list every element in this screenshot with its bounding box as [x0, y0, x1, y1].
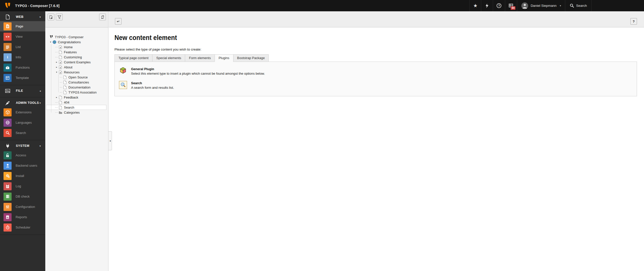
clear-cache-button[interactable]: [481, 0, 493, 11]
tree-node-resources[interactable]: ▾ Resources: [46, 70, 106, 75]
tree-node-typo3-association[interactable]: TYPO3 Association: [46, 90, 106, 95]
sidebar-item-extensions[interactable]: Extensions: [0, 107, 45, 117]
tree-expand-icon[interactable]: ▸: [55, 96, 58, 99]
tree-node-label: Home: [64, 45, 73, 49]
wizard-item-search[interactable]: Search A search form and results list.: [119, 81, 633, 90]
user-menu-button[interactable]: Daniel Siepmann ▾: [517, 0, 565, 11]
sidebar-item-configuration[interactable]: Configuration: [0, 202, 45, 212]
intro-text: Please select the type of page content y…: [114, 48, 637, 51]
tree-node-documentation[interactable]: Documentation: [46, 85, 106, 90]
new-page-button[interactable]: [48, 14, 54, 20]
db-check-module-icon: [4, 193, 12, 201]
sidebar-item-db-check[interactable]: DB check: [0, 191, 45, 202]
sidebar-item-label: DB check: [16, 195, 30, 198]
sidebar-item-search-module[interactable]: Search: [0, 128, 45, 138]
tree-node-label: Open Source: [68, 75, 88, 79]
tree-node-home[interactable]: Home: [46, 44, 106, 50]
sidebar-item-page[interactable]: Page: [0, 21, 45, 31]
tree-node-categories[interactable]: Categories: [46, 110, 106, 115]
page-icon: [63, 90, 67, 94]
tree-node-feedback[interactable]: ▸ Feedback: [46, 95, 106, 100]
sidebar-item-install[interactable]: Install: [0, 171, 45, 181]
search-plugin-icon-wrap: [119, 81, 127, 90]
csh-help-button[interactable]: ?: [630, 18, 637, 25]
sidebar-item-functions[interactable]: Functions: [0, 62, 45, 73]
back-button[interactable]: ↵: [115, 18, 122, 25]
sidebar-item-list[interactable]: List: [0, 42, 45, 52]
topbar-toolbar: ★ ? 64 Daniel Siepmann: [469, 0, 592, 11]
sidebar-item-info[interactable]: i Info: [0, 52, 45, 62]
tree-node-features[interactable]: Features: [46, 50, 106, 55]
tree-line-stub: [55, 52, 58, 52]
sidebar-item-scheduler[interactable]: Scheduler: [0, 222, 45, 233]
chevron-down-icon: ▾: [39, 145, 41, 147]
rocket-icon: [5, 100, 10, 106]
reports-module-icon: [4, 213, 12, 221]
sidebar-item-reports[interactable]: Reports: [0, 212, 45, 222]
opened-documents-button[interactable]: 64: [505, 0, 517, 11]
tab-bootstrap-package[interactable]: Bootstrap Package: [233, 54, 269, 62]
sidebar-item-label: Backend users: [16, 164, 37, 167]
sidebar-item-template[interactable]: Template: [0, 73, 45, 83]
tab-form-elements[interactable]: Form elements: [185, 54, 215, 62]
tree-node-about[interactable]: ▸ About: [46, 65, 106, 70]
languages-module-icon: [4, 119, 12, 127]
refresh-button[interactable]: [99, 14, 106, 20]
tree-node-root[interactable]: TYPO3 - Composer: [46, 34, 106, 39]
section-header-admin-tools[interactable]: ADMIN TOOLS ▾: [0, 99, 45, 107]
tree-node-404[interactable]: 404: [46, 100, 106, 105]
doc-header: ↵ ?: [109, 11, 644, 27]
tree-node-open-source[interactable]: Open Source: [46, 75, 106, 80]
tree-node-label: About: [64, 65, 72, 69]
tree-node-label: TYPO3 Association: [68, 91, 97, 94]
sidebar-item-label: Scheduler: [16, 225, 30, 229]
bookmarks-button[interactable]: ★: [469, 0, 481, 11]
sidebar-item-backend-users[interactable]: Backend users: [0, 160, 45, 171]
page-shortcut-icon: [58, 45, 62, 49]
page-shortcut-icon: [58, 65, 62, 69]
tree-node-content-examples[interactable]: ▸ Content Examples: [46, 60, 106, 65]
web-document-icon: [5, 14, 10, 20]
star-icon: ★: [473, 3, 477, 8]
page-tree-panel: TYPO3 - Composer ▾ Congratulations: [45, 11, 108, 271]
tree-line-stub: [60, 87, 62, 87]
sidebar-item-label: Install: [16, 174, 24, 178]
tab-plugins[interactable]: Plugins: [215, 54, 233, 62]
tree-expand-icon[interactable]: ▾: [55, 71, 58, 73]
tree-expand-icon[interactable]: ▸: [55, 66, 58, 68]
sidebar-item-log[interactable]: Log: [0, 181, 45, 191]
sidebar-item-access[interactable]: Access: [0, 150, 45, 160]
filter-button[interactable]: [56, 14, 63, 20]
sidebar-item-languages[interactable]: Languages: [0, 117, 45, 128]
tree-node-consultancies[interactable]: Consultancies: [46, 80, 106, 85]
sidebar-item-label: List: [16, 45, 21, 49]
return-icon: ↵: [117, 19, 120, 23]
tree-node-search[interactable]: Search: [46, 105, 106, 110]
tree-line-stub: [55, 57, 58, 57]
refresh-icon: [101, 15, 105, 19]
user-name: Daniel Siepmann: [531, 4, 556, 8]
tab-special-elements[interactable]: Special elements: [152, 54, 185, 62]
section-header-system[interactable]: SYSTEM ▾: [0, 142, 45, 150]
tree-node-label: Congratulations: [58, 40, 81, 44]
search-label: Search: [576, 4, 587, 8]
sidebar-item-label: Template: [16, 76, 29, 80]
topbar-brand[interactable]: TYPO3 - Composer [7.6.9]: [0, 0, 60, 11]
file-image-icon: [5, 88, 10, 94]
list-module-icon: [4, 43, 12, 51]
section-label: SYSTEM: [16, 144, 39, 148]
search-button[interactable]: Search: [565, 0, 592, 11]
tree-collapse-handle[interactable]: ◂: [108, 131, 112, 150]
tree-line-stub: [60, 77, 62, 77]
section-header-file[interactable]: FILE ◂: [0, 86, 45, 95]
section-header-web[interactable]: WEB ▾: [0, 13, 45, 21]
tree-node-congratulations[interactable]: ▾ Congratulations: [46, 39, 106, 44]
wizard-item-general-plugin[interactable]: General Plugin Select this element type …: [119, 67, 633, 76]
tree-node-customizing[interactable]: Customizing: [46, 55, 106, 60]
tab-typical-page-content[interactable]: Typical page content: [114, 54, 152, 62]
tree-expand-icon[interactable]: ▸: [55, 61, 58, 63]
tree-expand-icon[interactable]: ▾: [49, 41, 52, 43]
section-label: ADMIN TOOLS: [16, 101, 39, 105]
help-menu-button[interactable]: ?: [493, 0, 505, 11]
sidebar-item-view[interactable]: View: [0, 31, 45, 42]
